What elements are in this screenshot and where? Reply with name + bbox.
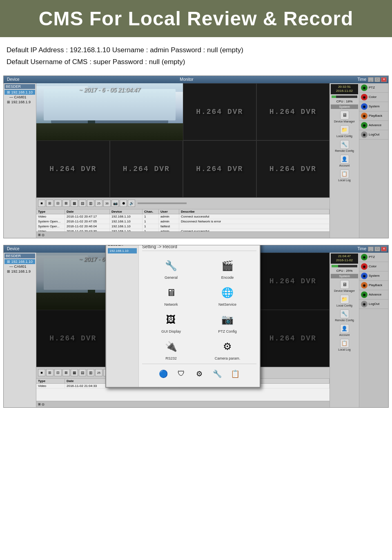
bottom-icon-5[interactable]: 📋 xyxy=(229,367,242,380)
maximize-btn2[interactable]: □ xyxy=(374,247,380,251)
record-btn[interactable]: ⏺ xyxy=(120,200,127,207)
logout-btn1[interactable]: ◉ LogOut xyxy=(359,130,388,140)
account-icon: 👤 xyxy=(340,155,349,164)
grid4-btn[interactable]: ▦ xyxy=(71,200,78,207)
sidebar-device1[interactable]: ⊞ 192.168.1.10 xyxy=(4,90,35,95)
cms-content1: BESDER ⊞ 192.168.1.10 — CAM01 ⊞ 192.168.… xyxy=(4,83,388,238)
cpu-label1: CPU : 18% xyxy=(331,99,358,104)
volume-slider[interactable] xyxy=(138,202,187,204)
grid4-btn2[interactable]: ▦ xyxy=(71,369,78,376)
log-row2: System Open... 2016-11-02 20:47:05 192.1… xyxy=(36,219,330,224)
grid6-btn[interactable]: ▥ xyxy=(87,200,94,207)
advance-btn2[interactable]: ◉ Advance xyxy=(359,290,388,300)
date-value1: 2016-11-02 xyxy=(332,89,357,93)
grid1-btn[interactable]: ⊞ xyxy=(46,200,53,207)
guidisplay-icon: 🖼 xyxy=(163,311,179,328)
remote-config-btn1[interactable]: 🔧 Remote Config xyxy=(331,139,358,153)
advance-btn1[interactable]: ◉ Advance xyxy=(359,121,388,130)
grid2-btn2[interactable]: ⊟ xyxy=(54,369,62,376)
grid5-btn[interactable]: ▤ xyxy=(79,200,86,207)
system-section: System xyxy=(331,104,358,109)
account-btn2[interactable]: 👤 Account xyxy=(331,323,358,337)
config-netservice[interactable]: 🌐 NetService xyxy=(202,284,253,307)
log-col-desc: Describe xyxy=(179,209,330,214)
local-log-icon2: 📋 xyxy=(340,339,349,348)
color-btn1[interactable]: ◉ Color xyxy=(359,93,388,102)
grid6-btn2[interactable]: ▥ xyxy=(87,369,94,376)
device-manager-btn1[interactable]: 🖥 Device Manager xyxy=(331,110,358,124)
config-rs232[interactable]: 🔌 RS232 xyxy=(145,338,197,360)
close-btn[interactable]: ✕ xyxy=(381,77,387,82)
system-btn1[interactable]: ◉ System xyxy=(359,102,388,111)
log-col-date: Date xyxy=(65,209,110,214)
playback-btn2[interactable]: ◉ PlayBack xyxy=(359,281,388,290)
video-cell-bl4: H.264 DVR xyxy=(256,140,330,198)
sidebar-device2[interactable]: ⊞ 192.168.1.9 xyxy=(4,100,35,104)
stop-btn2[interactable]: ■ xyxy=(38,369,45,376)
dialog-device-item[interactable]: 192.168.1.10 xyxy=(108,248,137,253)
audio-btn[interactable]: 🔊 xyxy=(128,200,135,207)
config-cameraparam[interactable]: ⚙ Camera param. xyxy=(202,338,253,360)
grid5-btn2[interactable]: ▤ xyxy=(79,369,86,376)
sidebar-cam2[interactable]: — CAM01 xyxy=(4,264,35,269)
toolbar1: ■ ⊞ ⊟ ⊠ ▦ ▤ ▥ 25 36 📷 ⏺ 🔊 xyxy=(36,198,330,209)
config-network[interactable]: 🖥 Network xyxy=(145,284,197,307)
config-guidisplay[interactable]: 🖼 GUI Display xyxy=(145,311,197,333)
local-config-btn1[interactable]: 📁 Local Config xyxy=(331,124,358,138)
cms-center2: ~ 2017 - 6 - 05 21:04:47 H.264 DVR H.264… xyxy=(36,253,330,407)
device-manager-btn2[interactable]: 🖥 Device Manager xyxy=(331,279,358,293)
ptz-icon: ◉ xyxy=(361,84,368,91)
info-section: Default IP Address : 192.168.1.10 Userna… xyxy=(0,37,392,72)
status-icons2[interactable]: ⊞ ◎ xyxy=(38,402,45,406)
sidebar-device4[interactable]: ⊞ 192.168.1.9 xyxy=(4,269,35,274)
status-icons[interactable]: ⊞ ◎ xyxy=(38,233,45,237)
ptz-btn1[interactable]: ◉ PTZ xyxy=(359,83,388,93)
time-display2: 21:04:47 2016-11-02 xyxy=(331,253,358,264)
log-col-type2: Type xyxy=(36,379,65,383)
side-panel-right2: ◉ PTZ ◉ Color ◉ System ◉ PlayBack ◉ Adva… xyxy=(359,253,388,407)
logout-btn2[interactable]: ◉ LogOut xyxy=(359,300,388,309)
local-log-btn2[interactable]: 📋 Local Log xyxy=(331,338,358,352)
close-btn2[interactable]: ✕ xyxy=(381,247,387,251)
system-btn2[interactable]: ◉ System xyxy=(359,271,388,281)
grid3-btn[interactable]: ⊠ xyxy=(62,200,70,207)
log-col-date2: Date xyxy=(65,379,110,383)
sidebar-right2: 21:04:47 2016-11-02 CPU : 25% System 🖥 D… xyxy=(330,253,359,407)
local-log-btn1[interactable]: 📋 Local Log xyxy=(331,169,358,182)
sidebar-cam1[interactable]: — CAM01 xyxy=(4,95,35,100)
cms-center1: ~ 2017 - 6 - 05 21:04:47 H.264 DVR H.264… xyxy=(36,83,330,238)
num25-btn2[interactable]: 25 xyxy=(95,369,102,376)
account-btn1[interactable]: 👤 Account xyxy=(331,154,358,168)
titlebar-buttons: _ □ ✕ xyxy=(368,77,387,82)
config-general[interactable]: 🔧 General xyxy=(145,258,197,280)
grid2-btn[interactable]: ⊟ xyxy=(54,200,62,207)
config-ptzconfig[interactable]: 📷 PTZ Config xyxy=(202,311,253,333)
ptz-btn2[interactable]: ◉ PTZ xyxy=(359,253,388,262)
config-encode[interactable]: 🎬 Encode xyxy=(202,258,253,280)
date-value2: 2016-11-02 xyxy=(332,258,357,262)
bottom-icon-3[interactable]: ⚙ xyxy=(193,367,206,380)
num25-btn[interactable]: 25 xyxy=(95,200,102,207)
cpu-bar-fill1 xyxy=(332,96,336,98)
minimize-btn2[interactable]: _ xyxy=(368,247,374,251)
local-config-btn2[interactable]: 📁 Local Config xyxy=(331,294,358,308)
color-btn2[interactable]: ◉ Color xyxy=(359,262,388,271)
stop-btn[interactable]: ■ xyxy=(38,200,45,207)
cpu-bar-fill2 xyxy=(332,265,338,267)
playback-btn1[interactable]: ◉ PlayBack xyxy=(359,111,388,121)
system-icon2: ◉ xyxy=(361,273,368,279)
grid1-btn2[interactable]: ⊞ xyxy=(46,369,53,376)
cms-content2: BESDER ⊞ 192.168.1.10 — CAM01 ⊞ 192.168.… xyxy=(4,253,388,407)
num36-btn[interactable]: 36 xyxy=(103,200,111,207)
maximize-btn[interactable]: □ xyxy=(374,77,380,82)
sidebar-device3[interactable]: ⊞ 192.168.1.10 xyxy=(4,259,35,264)
bottom-icon-4[interactable]: 🔧 xyxy=(211,367,224,380)
bottom-icon-2[interactable]: 🛡 xyxy=(175,367,188,380)
logout-icon2: ◉ xyxy=(361,301,368,307)
bottom-icon-1[interactable]: 🔵 xyxy=(157,367,170,380)
grid3-btn2[interactable]: ⊠ xyxy=(62,369,70,376)
dialog-content-title: Setting -> Record xyxy=(142,245,256,251)
snap-btn[interactable]: 📷 xyxy=(111,200,119,207)
minimize-btn[interactable]: _ xyxy=(368,77,374,82)
remote-config-btn2[interactable]: 🔧 Remote Config xyxy=(331,309,358,322)
